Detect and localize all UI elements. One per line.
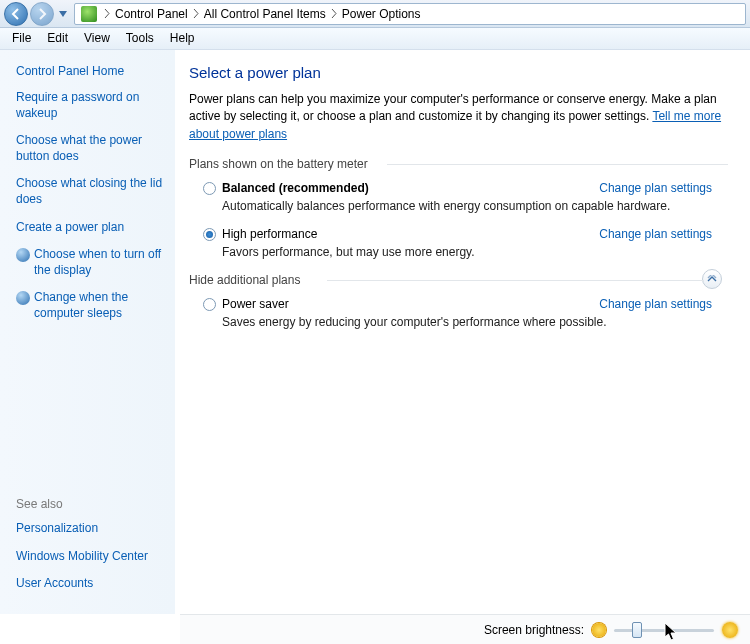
control-panel-home-link[interactable]: Control Panel Home	[16, 64, 175, 78]
change-plan-settings-link[interactable]: Change plan settings	[599, 297, 712, 311]
breadcrumb-item[interactable]: All Control Panel Items	[202, 7, 328, 21]
collapse-plans-button[interactable]	[702, 269, 722, 289]
brightness-label: Screen brightness:	[484, 623, 584, 637]
change-plan-settings-link[interactable]: Change plan settings	[599, 227, 712, 241]
menu-bar: File Edit View Tools Help	[0, 28, 750, 50]
page-title: Select a power plan	[189, 64, 728, 81]
plan-power-saver-radio[interactable]	[203, 298, 216, 311]
plan-description: Automatically balances performance with …	[222, 199, 728, 213]
sidebar-item-password-wakeup[interactable]: Require a password on wakeup	[16, 90, 175, 121]
chevron-right-icon[interactable]	[328, 3, 340, 25]
see-also-section: See also Personalization Windows Mobilit…	[16, 497, 171, 604]
back-button[interactable]	[4, 2, 28, 26]
seealso-personalization[interactable]: Personalization	[16, 521, 171, 537]
plan-high-performance-radio[interactable]	[203, 228, 216, 241]
brightness-slider[interactable]	[614, 621, 714, 639]
plan-description: Saves energy by reducing your computer's…	[222, 315, 728, 329]
menu-edit[interactable]: Edit	[39, 28, 76, 49]
menu-view[interactable]: View	[76, 28, 118, 49]
group-battery-meter: Plans shown on the battery meter	[189, 157, 728, 171]
shield-icon	[16, 248, 30, 262]
plan-balanced-radio[interactable]	[203, 182, 216, 195]
menu-help[interactable]: Help	[162, 28, 203, 49]
breadcrumb-item[interactable]: Control Panel	[113, 7, 190, 21]
power-options-icon	[81, 6, 97, 22]
sidebar-item-power-button[interactable]: Choose what the power button does	[16, 133, 175, 164]
plan-power-saver: Power saver Change plan settings Saves e…	[203, 297, 728, 329]
plan-name: Balanced (recommended)	[222, 181, 369, 195]
sidebar: Control Panel Home Require a password on…	[0, 50, 175, 614]
menu-tools[interactable]: Tools	[118, 28, 162, 49]
seealso-user-accounts[interactable]: User Accounts	[16, 576, 171, 592]
sun-bright-icon	[722, 622, 738, 638]
nav-history-dropdown[interactable]	[56, 3, 70, 25]
group-hide-additional: Hide additional plans	[189, 273, 728, 287]
sun-dim-icon	[592, 623, 606, 637]
chevron-right-icon[interactable]	[101, 3, 113, 25]
plan-name: Power saver	[222, 297, 289, 311]
plan-name: High performance	[222, 227, 317, 241]
plan-balanced: Balanced (recommended) Change plan setti…	[203, 181, 728, 213]
forward-button[interactable]	[30, 2, 54, 26]
seealso-mobility-center[interactable]: Windows Mobility Center	[16, 549, 171, 565]
change-plan-settings-link[interactable]: Change plan settings	[599, 181, 712, 195]
sidebar-item-turn-off-display[interactable]: Choose when to turn off the display	[34, 247, 175, 278]
slider-thumb[interactable]	[632, 622, 642, 638]
intro-text: Power plans can help you maximize your c…	[189, 91, 728, 143]
shield-icon	[16, 291, 30, 305]
see-also-heading: See also	[16, 497, 171, 511]
chevron-right-icon[interactable]	[190, 3, 202, 25]
main-content: Select a power plan Power plans can help…	[175, 50, 750, 614]
footer-bar: Screen brightness:	[180, 614, 750, 644]
sidebar-item-create-plan[interactable]: Create a power plan	[16, 220, 175, 236]
address-bar: Control Panel All Control Panel Items Po…	[0, 0, 750, 28]
sidebar-item-computer-sleeps[interactable]: Change when the computer sleeps	[34, 290, 175, 321]
breadcrumb-item[interactable]: Power Options	[340, 7, 423, 21]
breadcrumb[interactable]: Control Panel All Control Panel Items Po…	[74, 3, 746, 25]
plan-high-performance: High performance Change plan settings Fa…	[203, 227, 728, 259]
menu-file[interactable]: File	[4, 28, 39, 49]
plan-description: Favors performance, but may use more ene…	[222, 245, 728, 259]
sidebar-item-closing-lid[interactable]: Choose what closing the lid does	[16, 176, 175, 207]
